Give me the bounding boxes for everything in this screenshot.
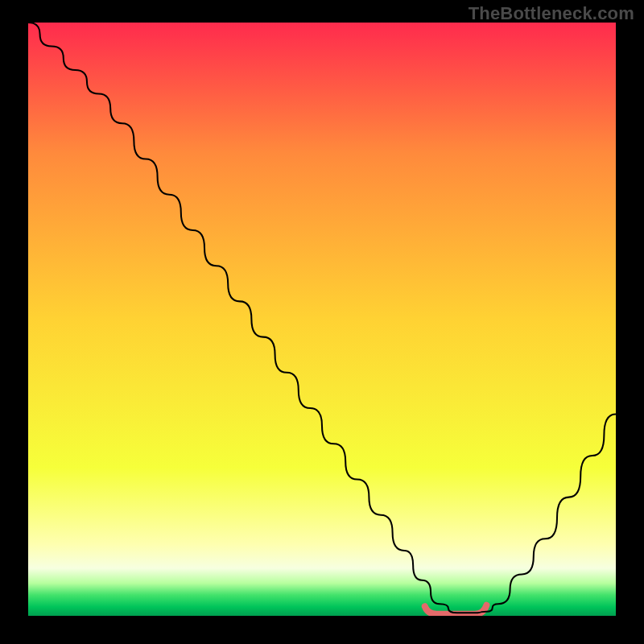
plot-svg [28,23,616,616]
bottleneck-plot [28,23,616,616]
gradient-background [28,23,616,616]
chart-frame: TheBottleneck.com [0,0,644,644]
watermark-text: TheBottleneck.com [469,3,634,24]
